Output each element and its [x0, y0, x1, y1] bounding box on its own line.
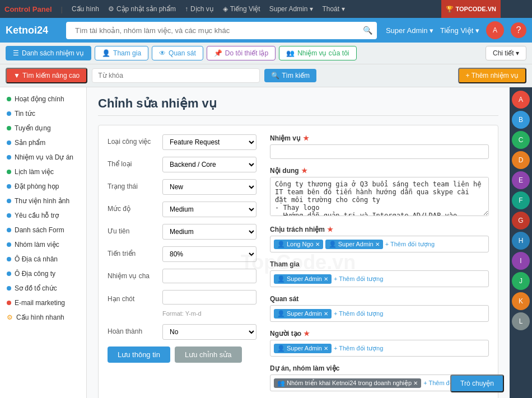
sidebar-item-tuyendung[interactable]: Tuyển dụng — [0, 121, 86, 135]
site-logo[interactable]: Ketnoi24 — [6, 25, 62, 36]
avatar-9[interactable]: I — [512, 252, 530, 270]
remove-super-admin-nguoi-tao[interactable]: ✕ — [324, 345, 328, 352]
tab-quan-sat[interactable]: 👁 Quan sát — [152, 46, 203, 60]
dot-icon — [7, 257, 11, 261]
avatar-8[interactable]: H — [512, 232, 530, 250]
noi-dung-textarea[interactable]: Công ty thương gia ở Q3 buổi sáng tech t… — [270, 177, 489, 216]
dot-icon — [7, 213, 11, 218]
chat-button[interactable]: Trò chuyện — [450, 374, 504, 392]
dot-icon — [7, 170, 11, 174]
the-loai-select[interactable]: Backend / Core — [162, 157, 256, 172]
loai-cong-viec-group: Loại công việc Feature Request — [108, 134, 256, 150]
sidebar-item-datphonghop[interactable]: Đặt phòng họp — [0, 179, 86, 194]
sidebar-item-oadiaconty[interactable]: Ô Địa công ty — [0, 266, 86, 281]
sidebar-item-lichlamviec[interactable]: Lịch làm việc — [0, 165, 86, 179]
add-tham-gia[interactable]: + Thêm đối tượng — [334, 275, 383, 283]
header-lang-switch[interactable]: Tiếng Việt ▾ — [440, 26, 479, 35]
keyword-input[interactable] — [92, 68, 260, 83]
sidebar-item-sanpham[interactable]: Sản phẩm — [0, 135, 86, 150]
form-left: Loại công việc Feature Request Thể loại … — [108, 134, 256, 398]
advanced-search-button[interactable]: ▼ Tìm kiếm nâng cao — [6, 68, 87, 83]
sidebar-item-cauhinhnhanh[interactable]: ⚙ Cấu hình nhanh — [0, 310, 86, 325]
tag-nhom-trien-khai[interactable]: 👥 Nhóm triển khai Ketnoi24 trong doanh n… — [274, 378, 421, 388]
nhiem-vu-cha-label: Nhiệm vụ cha — [108, 269, 158, 280]
dot-icon — [7, 271, 11, 276]
question-icon[interactable]: ? — [511, 22, 526, 38]
top-nav-brand[interactable]: Control Panel — [4, 5, 52, 13]
sidebar-item-hoatdong[interactable]: Hoạt động chính — [0, 92, 86, 106]
tag-long-ngo[interactable]: 👤 Long Ngo ✕ — [274, 240, 323, 249]
remove-super-admin-quan-sat[interactable]: ✕ — [324, 311, 328, 317]
sidebar-item-email[interactable]: E-mail marketing — [0, 296, 86, 310]
sidebar-item-danhsachform[interactable]: Danh sách Form — [0, 223, 86, 237]
avatar-10[interactable]: J — [512, 272, 530, 290]
tab-do-toi[interactable]: 📌 Do tôi thiết lập — [207, 46, 276, 60]
sidebar-item-tintuc[interactable]: Tin tức — [0, 106, 86, 121]
avatar-7[interactable]: G — [512, 212, 530, 230]
avatar-12[interactable]: L — [512, 312, 530, 330]
sidebar-item-yeucau[interactable]: Yêu cầu hỗ trợ — [0, 208, 86, 223]
hoan-thanh-select[interactable]: No — [162, 324, 256, 340]
search-button[interactable]: 🔍 Tìm kiếm — [264, 69, 316, 82]
super-admin-user[interactable]: Super Admin ▾ — [386, 26, 433, 35]
avatar-6[interactable]: F — [512, 191, 530, 209]
trang-thai-select[interactable]: New — [162, 179, 256, 195]
loai-cong-viec-select[interactable]: Feature Request — [162, 134, 256, 150]
top-nav-lang[interactable]: Super Admin ▾ — [269, 5, 314, 13]
hoan-thanh-label: Hoàn thành — [108, 324, 158, 335]
add-nguoi-tao[interactable]: + Thêm đối tượng — [334, 345, 383, 352]
header-avatar[interactable]: A — [486, 21, 504, 39]
avatar-11[interactable]: K — [512, 292, 530, 310]
sidebar-item-nhiemvu[interactable]: Nhiệm vụ và Dự án — [0, 150, 86, 165]
remove-super-admin-tham-gia[interactable]: ✕ — [324, 276, 328, 282]
nhiem-vu-cha-input[interactable] — [162, 269, 256, 283]
dot-icon — [7, 97, 11, 101]
tien-trien-label: Tiến triển — [108, 246, 158, 257]
detail-dropdown[interactable]: Chi tiết ▾ — [486, 46, 526, 60]
top-nav-capnhat[interactable]: ↑ Dịch vụ — [185, 5, 214, 13]
add-quan-sat[interactable]: + Thêm đối tượng — [334, 310, 383, 317]
sidebar-item-oadiacanhan[interactable]: Ô Địa cá nhân — [0, 252, 86, 266]
muc-do-select[interactable]: Medium — [162, 202, 256, 217]
add-task-button[interactable]: + Thêm nhiệm vụ — [458, 68, 526, 83]
add-chiu-tn[interactable]: + Thêm đối tượng — [385, 241, 435, 248]
han-chot-input[interactable] — [162, 290, 256, 305]
avatar-3[interactable]: C — [512, 131, 530, 149]
tag-super-admin-chiu-tn[interactable]: 👤 Super Admin ✕ — [325, 240, 383, 249]
sidebar-item-nhomlamviec[interactable]: Nhóm làm việc — [0, 237, 86, 252]
search-icon[interactable]: 🔍 — [363, 26, 372, 35]
sidebar-item-thuvien[interactable]: Thư viện hình ảnh — [0, 194, 86, 208]
tab-danh-sach-nhiem-vu[interactable]: ☰ Danh sách nhiệm vụ — [6, 46, 91, 60]
search-input[interactable] — [71, 24, 360, 37]
nhiem-vu-input[interactable]: Install Ketnoi24, 25 users cho công ty T… — [270, 144, 489, 159]
save-edit-button[interactable]: Lưu chỉnh sửa — [175, 347, 242, 363]
remove-super-admin-chiu-tn[interactable]: ✕ — [375, 241, 380, 247]
tab-nhiem-vu-cua-toi[interactable]: 👥 Nhiệm vụ của tôi — [279, 46, 356, 60]
dot-icon — [7, 228, 11, 232]
top-nav-superadmin[interactable]: Thoát ▾ — [322, 5, 345, 13]
top-nav-cauhinh[interactable]: ⚙ Cập nhật sản phẩm — [108, 5, 176, 13]
tag-super-admin-nguoi-tao[interactable]: 👤 Super Admin ✕ — [274, 344, 332, 353]
list-icon: ☰ — [13, 49, 19, 57]
tag-super-admin-quan-sat[interactable]: 👤 Super Admin ✕ — [274, 309, 332, 319]
avatar-1[interactable]: A — [512, 91, 530, 109]
han-chot-group: Hạn chót Format: Y-m-d — [108, 290, 256, 317]
save-button[interactable]: Lưu thông tin — [108, 347, 170, 363]
avatar-5[interactable]: E — [512, 171, 530, 189]
top-nav-site[interactable]: Cấu hình — [72, 5, 99, 13]
upload-icon: ↑ — [185, 5, 188, 13]
dot-icon — [7, 199, 11, 203]
remove-nhom-trien-khai[interactable]: ✕ — [413, 380, 418, 386]
sidebar-item-sodo[interactable]: Sơ đồ tổ chức — [0, 281, 86, 296]
avatar-2[interactable]: B — [512, 111, 530, 129]
tag-super-admin-tham-gia[interactable]: 👤 Super Admin ✕ — [274, 274, 332, 284]
remove-long-ngo[interactable]: ✕ — [315, 241, 320, 247]
dot-icon — [7, 286, 11, 291]
form-buttons: Lưu thông tin Lưu chỉnh sửa — [108, 347, 256, 363]
edit-form: Loại công việc Feature Request Thể loại … — [98, 125, 498, 398]
top-nav-dichvu[interactable]: ◈ Tiếng Việt — [223, 5, 260, 13]
avatar-4[interactable]: D — [512, 151, 530, 169]
uu-tien-select[interactable]: Medium — [162, 224, 256, 240]
tab-tham-gia[interactable]: 👤 Tham gia — [95, 46, 148, 60]
tien-trien-select[interactable]: 80% — [162, 246, 256, 262]
